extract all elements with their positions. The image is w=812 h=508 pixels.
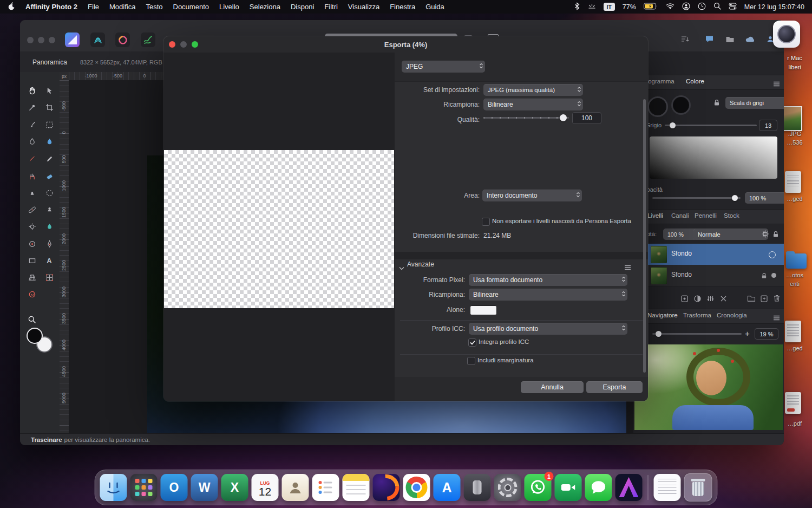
dock-system-settings-icon[interactable] xyxy=(494,474,521,501)
advanced-section-title[interactable]: Avanzate xyxy=(407,260,434,268)
navigator-preview-image[interactable] xyxy=(634,344,783,430)
quality-value-field[interactable]: 100 xyxy=(572,112,601,124)
dock-launchpad-icon[interactable] xyxy=(130,474,158,501)
cloud-sync-icon[interactable] xyxy=(745,34,756,44)
dock-firefox-icon[interactable] xyxy=(373,474,400,501)
menu-item-guida[interactable]: Guida xyxy=(425,3,444,11)
tool-dodge-icon[interactable] xyxy=(25,220,38,233)
layer-row[interactable]: Sfondo xyxy=(633,265,784,286)
dialog-zoom-button[interactable] xyxy=(192,41,198,48)
tool-move-icon[interactable] xyxy=(43,84,56,97)
dialog-close-button[interactable] xyxy=(169,41,175,48)
tool-blemish-removal-icon[interactable] xyxy=(25,237,38,250)
menubar-utility-icon[interactable] xyxy=(588,2,596,11)
tool-colour-replacement-icon[interactable] xyxy=(25,170,38,183)
dock-calendar-icon[interactable]: LUG 12 xyxy=(252,474,279,501)
control-center-icon[interactable] xyxy=(729,3,737,11)
battery-icon[interactable] xyxy=(644,3,658,11)
tool-flood-fill-icon[interactable] xyxy=(43,135,56,148)
menu-item-visualizza[interactable]: Visualizza xyxy=(348,3,379,11)
dock-trash-icon[interactable] xyxy=(684,473,712,502)
tool-clone-icon[interactable] xyxy=(25,186,38,199)
tab-stock[interactable]: Stock xyxy=(724,212,739,219)
include-bleed-checkbox[interactable] xyxy=(467,357,475,365)
advanced-menu-icon[interactable] xyxy=(624,263,631,272)
ruler-units-button[interactable]: px xyxy=(60,72,69,81)
dock-reminders-icon[interactable] xyxy=(312,474,339,501)
mask-icon[interactable] xyxy=(719,295,728,305)
menu-item-finestra[interactable]: Finestra xyxy=(390,3,415,11)
icc-profile-select[interactable]: Usa profilo documento xyxy=(469,323,627,335)
tone-mapping-persona-icon[interactable] xyxy=(141,32,155,47)
tool-liquify-icon[interactable] xyxy=(25,288,38,301)
menu-item-seleziona[interactable]: Seleziona xyxy=(250,3,280,11)
dock-video-call-icon[interactable] xyxy=(555,474,582,501)
tool-pattern-icon[interactable] xyxy=(43,186,56,199)
dialog-minimize-button[interactable] xyxy=(180,41,187,48)
layer-row-selected[interactable]: Sfondo xyxy=(633,244,784,265)
delete-layer-icon[interactable] xyxy=(773,294,781,304)
tool-mesh-warp-icon[interactable] xyxy=(43,271,56,284)
liquify-persona-icon[interactable] xyxy=(90,32,105,47)
desktop-document-icon[interactable] xyxy=(785,321,801,342)
lock-icon[interactable] xyxy=(713,99,720,108)
desktop-pdf-icon[interactable] xyxy=(785,392,801,414)
dock-chrome-icon[interactable] xyxy=(403,474,430,501)
dock-app-store-icon[interactable]: A xyxy=(434,474,461,501)
colour-opacity-slider[interactable] xyxy=(652,197,741,199)
input-source-badge[interactable]: IT xyxy=(604,3,615,11)
add-layer-icon[interactable] xyxy=(760,295,768,305)
zoom-button[interactable] xyxy=(49,37,55,43)
layer-effects-icon[interactable] xyxy=(706,295,715,305)
tool-pen-icon[interactable] xyxy=(43,237,56,250)
navigator-zoom-value[interactable]: 19 % xyxy=(755,328,778,340)
quality-slider-knob[interactable] xyxy=(560,114,567,121)
desktop-folder-icon[interactable] xyxy=(786,253,807,269)
bluetooth-icon[interactable] xyxy=(574,2,580,12)
tool-eraser-icon[interactable] xyxy=(43,170,56,183)
menu-item-modifica[interactable]: Modifica xyxy=(109,3,135,11)
tab-navigatore[interactable]: Navigatore xyxy=(647,312,678,318)
user-account-icon[interactable] xyxy=(682,2,690,12)
tool-paint-brush-icon[interactable] xyxy=(25,152,38,165)
dock-finder-icon[interactable] xyxy=(100,474,127,501)
layer-visibility-toggle[interactable] xyxy=(769,251,776,258)
stock-folder-icon[interactable] xyxy=(724,34,735,44)
dock-whatsapp-icon[interactable]: 1 xyxy=(525,474,552,501)
apple-menu-icon[interactable] xyxy=(8,2,15,12)
resample2-select[interactable]: Bilineare xyxy=(469,289,627,301)
foreground-colour-swatch[interactable] xyxy=(27,328,43,344)
develop-persona-icon[interactable] xyxy=(115,32,130,47)
adjustments-icon[interactable] xyxy=(693,295,702,305)
app-menu-title[interactable]: Affinity Photo 2 xyxy=(25,3,77,11)
blend-mode-select[interactable]: Normale xyxy=(693,229,768,240)
secondary-colour-icon[interactable] xyxy=(671,95,691,115)
tool-hand-icon[interactable] xyxy=(25,84,38,97)
tool-colour-picker-icon[interactable] xyxy=(25,101,38,114)
minimize-button[interactable] xyxy=(38,37,44,43)
desktop-file-label[interactable]: liberi xyxy=(778,64,811,70)
file-format-select[interactable]: JPEG xyxy=(402,61,485,73)
group-layers-icon[interactable] xyxy=(747,295,756,304)
layer-visibility-dot[interactable] xyxy=(771,273,776,278)
colour-opacity-knob[interactable] xyxy=(732,195,738,201)
advanced-chevron-icon[interactable] xyxy=(399,263,404,272)
sort-options-icon[interactable] xyxy=(679,34,690,44)
tab-pennelli[interactable]: Pennelli xyxy=(695,212,717,219)
resample-select[interactable]: Bilineare xyxy=(483,99,583,110)
cancel-button[interactable]: Annulla xyxy=(521,381,584,393)
embed-icc-checkbox[interactable] xyxy=(468,338,476,347)
tool-healing-brush-icon[interactable] xyxy=(25,203,38,216)
vertical-ruler[interactable]: -500 0 500 1000 1500 2000 2500 3000 3500… xyxy=(60,80,69,433)
menu-item-livello[interactable]: Livello xyxy=(219,3,239,11)
preset-select[interactable]: JPEG (massima qualità) xyxy=(483,84,583,96)
tab-canali[interactable]: Canali xyxy=(671,212,689,219)
desktop-photo-file-icon[interactable] xyxy=(783,106,802,131)
settings-scrollbar[interactable] xyxy=(643,99,646,373)
gray-slider-knob[interactable] xyxy=(670,122,676,128)
edit-all-layers-icon[interactable] xyxy=(680,295,689,305)
export-button[interactable]: Esporta xyxy=(586,381,643,393)
export-hidden-layers-checkbox[interactable] xyxy=(482,218,490,226)
menu-item-testo[interactable]: Testo xyxy=(146,3,162,11)
gray-value-field[interactable]: 13 xyxy=(759,120,777,131)
